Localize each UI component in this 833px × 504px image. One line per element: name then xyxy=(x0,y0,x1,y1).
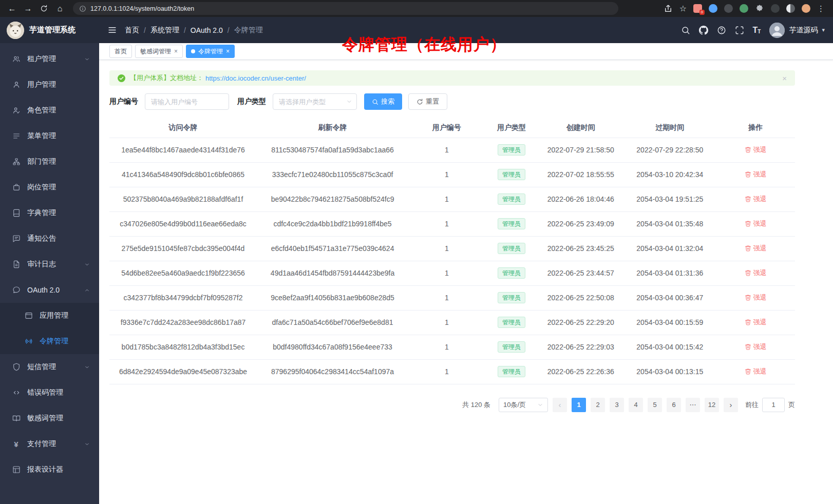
force-logout-button[interactable]: 强退 xyxy=(745,244,767,253)
close-icon[interactable]: × xyxy=(174,48,178,54)
alert-close-icon[interactable]: × xyxy=(782,74,787,83)
browser-profile-avatar[interactable] xyxy=(802,4,810,13)
user-type-cell: 管理员 xyxy=(485,138,538,162)
force-logout-button[interactable]: 强退 xyxy=(745,318,767,327)
search-button[interactable]: 搜索 xyxy=(364,93,402,110)
user-type-cell: 管理员 xyxy=(485,187,538,211)
page-button-3[interactable]: 3 xyxy=(610,398,624,412)
sidebar-item-menu[interactable]: 菜单管理 xyxy=(0,123,99,149)
close-icon[interactable]: × xyxy=(226,48,230,54)
search-icon[interactable] xyxy=(681,26,690,35)
user-id-cell: 1 xyxy=(408,261,485,285)
breadcrumb-separator: / xyxy=(228,26,230,34)
sidebar: 芋道管理系统 租户管理 用户管理 角色管理 菜单管理 部门管理 xyxy=(0,17,99,504)
sidebar-item-sensitive-word[interactable]: 敏感词管理 xyxy=(0,405,99,431)
page-button-2[interactable]: 2 xyxy=(591,398,605,412)
browser-back-button[interactable]: ← xyxy=(5,2,19,15)
doc-link[interactable]: https://doc.iocoder.cn/user-center/ xyxy=(205,74,306,82)
sidebar-item-report-designer[interactable]: 报表设计器 xyxy=(0,457,99,482)
more-pages-button[interactable]: ⋯ xyxy=(686,398,700,412)
tab-sensitive-word[interactable]: 敏感词管理 × xyxy=(135,45,183,58)
sidebar-item-oauth-app[interactable]: 应用管理 xyxy=(0,303,99,328)
user-id-cell: 1 xyxy=(408,236,485,261)
extension-icon-1[interactable]: 0 xyxy=(693,4,702,13)
page-button-6[interactable]: 6 xyxy=(667,398,681,412)
force-logout-button[interactable]: 强退 xyxy=(745,367,767,376)
sidebar-item-dict[interactable]: 字典管理 xyxy=(0,200,99,226)
font-size-icon[interactable]: TT xyxy=(753,26,761,34)
sidebar-item-role[interactable]: 角色管理 xyxy=(0,98,99,123)
page-button-12[interactable]: 12 xyxy=(705,398,719,412)
breadcrumb-oauth[interactable]: OAuth 2.0 xyxy=(191,26,223,34)
refresh-token-cell: cdfc4ce9c2da4bb1bdf21b9918ff4be5 xyxy=(257,211,408,236)
force-logout-button[interactable]: 强退 xyxy=(745,219,767,228)
create-time-cell: 2022-07-29 21:58:50 xyxy=(538,138,623,162)
github-icon[interactable] xyxy=(699,26,708,35)
user-type-select-input[interactable] xyxy=(273,93,357,110)
force-logout-button[interactable]: 强退 xyxy=(745,170,767,179)
sidebar-item-audit-log[interactable]: 审计日志 xyxy=(0,251,99,277)
help-icon[interactable] xyxy=(717,26,726,35)
sidebar-item-sms[interactable]: 短信管理 xyxy=(0,354,99,380)
browser-home-button[interactable]: ⌂ xyxy=(53,2,67,15)
user-id-input[interactable] xyxy=(145,93,229,110)
force-logout-button[interactable]: 强退 xyxy=(745,268,767,278)
force-logout-label: 强退 xyxy=(753,367,767,376)
oauth-submenu: 应用管理 令牌管理 xyxy=(0,303,99,354)
chevron-down-icon xyxy=(84,56,90,62)
action-cell: 强退 xyxy=(716,285,795,310)
force-logout-button[interactable]: 强退 xyxy=(745,293,767,302)
hamburger-menu-icon[interactable] xyxy=(107,25,117,35)
force-logout-button[interactable]: 强退 xyxy=(745,145,767,154)
url-text[interactable]: 127.0.0.1:1024/system/oauth2/token xyxy=(90,5,194,12)
browser-menu-icon[interactable]: ⋮ xyxy=(817,4,825,13)
tab-home[interactable]: 首页 xyxy=(109,45,132,58)
browser-forward-button[interactable]: → xyxy=(21,2,35,15)
force-logout-button[interactable]: 强退 xyxy=(745,342,767,352)
pagination-total: 共 120 条 xyxy=(462,400,490,410)
user-type-select[interactable] xyxy=(273,93,357,110)
extension-icon-5[interactable] xyxy=(771,4,780,13)
user-menu[interactable]: 芋道源码 ▾ xyxy=(769,23,825,38)
chevron-down-icon xyxy=(537,402,543,408)
sidebar-item-notice[interactable]: 通知公告 xyxy=(0,226,99,251)
breadcrumb-system[interactable]: 系统管理 xyxy=(150,26,179,35)
extension-icon-6[interactable] xyxy=(786,4,795,13)
url-bar[interactable]: 127.0.0.1:1024/system/oauth2/token xyxy=(73,2,618,15)
app-logo[interactable]: 芋道管理系统 xyxy=(0,17,99,43)
extension-icon-2[interactable] xyxy=(709,4,717,13)
bookmark-star-icon[interactable]: ☆ xyxy=(679,4,687,13)
user-type-cell: 管理员 xyxy=(485,310,538,335)
page-button-1[interactable]: 1 xyxy=(572,398,586,412)
chevron-down-icon xyxy=(84,364,90,370)
sidebar-item-oauth[interactable]: OAuth 2.0 xyxy=(0,277,99,303)
sidebar-item-tenant[interactable]: 租户管理 xyxy=(0,46,99,72)
sidebar-item-user[interactable]: 用户管理 xyxy=(0,72,99,98)
page-button-4[interactable]: 4 xyxy=(629,398,643,412)
extension-icon-4[interactable] xyxy=(740,4,748,13)
sidebar-item-post[interactable]: 岗位管理 xyxy=(0,175,99,200)
page-size-select[interactable]: 10条/页 xyxy=(499,398,548,412)
browser-reload-button[interactable] xyxy=(37,2,51,15)
sidebar-item-label: 支付管理 xyxy=(27,439,56,449)
col-user-type: 用户类型 xyxy=(485,118,538,138)
extensions-puzzle-icon[interactable] xyxy=(755,4,764,13)
share-icon[interactable] xyxy=(664,4,673,13)
sidebar-item-dept[interactable]: 部门管理 xyxy=(0,149,99,175)
fullscreen-icon[interactable] xyxy=(735,26,744,35)
main-area: 首页 / 系统管理 / OAuth 2.0 / 令牌管理 xyxy=(99,17,833,504)
sidebar-item-error-code[interactable]: 错误码管理 xyxy=(0,380,99,405)
sidebar-item-oauth-token[interactable]: 令牌管理 xyxy=(0,328,99,354)
tab-token[interactable]: 令牌管理 × xyxy=(186,45,235,58)
breadcrumb-home[interactable]: 首页 xyxy=(125,26,139,35)
sidebar-item-payment[interactable]: ¥ 支付管理 xyxy=(0,431,99,457)
force-logout-button[interactable]: 强退 xyxy=(745,195,767,204)
site-info-icon[interactable] xyxy=(79,5,86,12)
next-page-button[interactable]: › xyxy=(724,398,738,412)
sidebar-item-label: 错误码管理 xyxy=(27,388,63,397)
extension-icon-3[interactable] xyxy=(724,4,733,13)
reset-button[interactable]: 重置 xyxy=(408,93,447,110)
page-button-5[interactable]: 5 xyxy=(648,398,662,412)
goto-page-input[interactable] xyxy=(762,398,785,412)
prev-page-button[interactable]: ‹ xyxy=(553,398,567,412)
